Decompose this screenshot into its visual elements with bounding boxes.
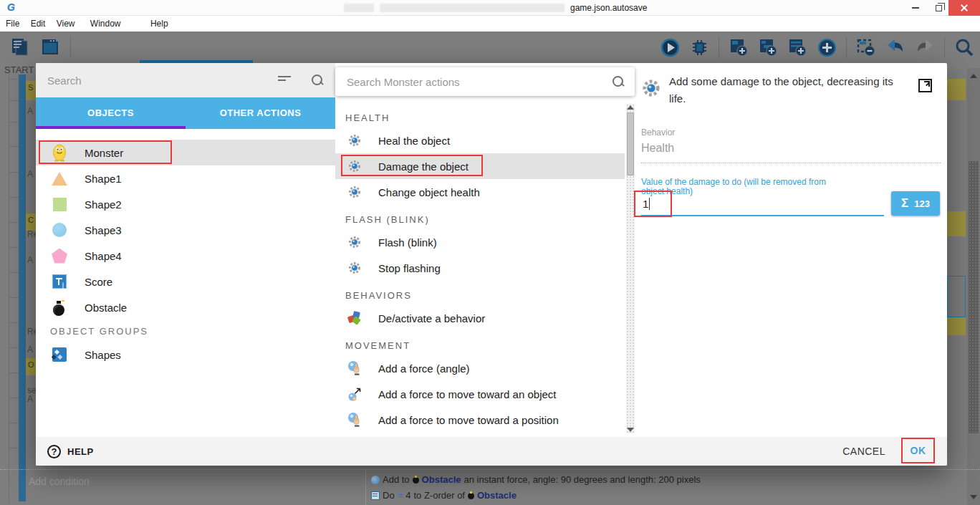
damage-value-underline	[641, 215, 884, 216]
scrollbar-thumb[interactable]	[627, 112, 634, 175]
scroll-down-arrow-icon[interactable]	[627, 428, 634, 432]
tab-objects[interactable]: OBJECTS	[36, 97, 186, 129]
maximize-button[interactable]	[927, 0, 950, 16]
obstacle-bomb-icon	[468, 491, 474, 499]
object-row-obstacle[interactable]: Obstacle	[36, 294, 335, 320]
object-row-score[interactable]: Score	[36, 269, 335, 294]
help-button[interactable]: ? HELP	[47, 437, 94, 466]
toolbar-right	[660, 36, 974, 59]
damage-value-label: Value of the damage to do (will be remov…	[641, 178, 826, 196]
object-row-shape2[interactable]: Shape2	[36, 191, 335, 217]
delete-event-icon[interactable]	[856, 37, 876, 57]
filter-icon[interactable]	[278, 76, 291, 85]
action-row-stop-flashing[interactable]: Stop flashing	[335, 255, 625, 281]
comment-block: S	[26, 81, 36, 100]
add-condition-button[interactable]: Add condition	[29, 476, 90, 487]
toolbar-divider	[944, 37, 945, 58]
behavior-field-label: Behavior	[641, 128, 675, 138]
add-subevent-icon[interactable]	[758, 37, 778, 57]
action-description: Add some damage to the object, decreasin…	[669, 73, 897, 107]
add-comment-icon[interactable]	[787, 37, 807, 57]
event-action-row[interactable]: Add to Obstacle an instant force, angle:…	[371, 474, 701, 485]
events-scrollbar[interactable]	[967, 68, 980, 505]
blurred-path-segment	[344, 4, 374, 12]
text-cursor	[649, 198, 650, 210]
section-header-flash: FLASH (BLINK)	[335, 205, 625, 229]
action-row-force-toward-object[interactable]: Add a force to move toward an object	[335, 381, 625, 407]
scene-editor-icon[interactable]	[40, 37, 60, 57]
object-row-shape1[interactable]: Shape1	[36, 165, 335, 191]
circle-shape-icon	[50, 223, 69, 237]
app-area-dimmed: START S A A C Re A Re A O se A Add condi…	[0, 32, 980, 505]
add-circle-icon[interactable]	[817, 37, 837, 57]
play-preview-icon[interactable]	[660, 37, 680, 57]
group-row-shapes[interactable]: Shapes	[36, 342, 335, 367]
action-row-deactivate-behavior[interactable]: De/activate a behavior	[335, 305, 625, 331]
object-search-bar	[36, 63, 335, 97]
dialog-footer: ? HELP CANCEL OK	[36, 437, 947, 466]
help-question-icon: ?	[47, 445, 61, 458]
action-row-damage[interactable]: Damage the object	[335, 153, 625, 179]
health-gear-icon	[345, 186, 364, 198]
damage-value-input[interactable]: 1	[643, 198, 650, 210]
menu-edit[interactable]: Edit	[27, 16, 50, 32]
force-toward-object-icon	[345, 387, 364, 401]
action-row-add-force-angle[interactable]: Add a force (angle)	[335, 355, 625, 381]
object-row-shape4[interactable]: Shape4	[36, 243, 335, 269]
section-header-health: HEALTH	[335, 100, 625, 128]
section-header-behaviors: BEHAVIORS	[335, 281, 625, 305]
action-list: HEALTH Heal the object Damage the object…	[335, 100, 625, 437]
action-list-scrollbar[interactable]	[626, 104, 635, 433]
object-row-shape3[interactable]: Shape3	[36, 217, 335, 243]
behavior-puzzle-icon	[345, 311, 364, 325]
scroll-up-arrow-icon[interactable]	[970, 74, 977, 78]
pentagon-shape-icon	[50, 249, 69, 264]
comment-block	[947, 79, 966, 100]
search-icon	[612, 75, 625, 88]
object-list: Monster Shape1 Shape2 Shape3 Shape4	[36, 129, 335, 437]
health-gear-icon	[345, 160, 364, 173]
blurred-path-segment	[380, 4, 565, 12]
add-event-icon[interactable]	[729, 37, 749, 57]
ok-button[interactable]: OK	[901, 438, 935, 463]
redo-icon[interactable]	[915, 37, 935, 57]
menu-bar: File Edit View Window Help	[0, 16, 980, 32]
event-tree-line	[9, 73, 9, 503]
conditions-actions-divider	[365, 470, 366, 505]
menu-help[interactable]: Help	[146, 16, 173, 32]
tab-other-actions[interactable]: OTHER ACTIONS	[186, 97, 335, 129]
minimize-button[interactable]	[904, 0, 927, 16]
project-manager-icon[interactable]	[10, 37, 30, 57]
menu-view[interactable]: View	[52, 16, 80, 32]
force-icon	[371, 476, 380, 484]
action-search-input[interactable]	[347, 67, 583, 96]
cancel-button[interactable]: CANCEL	[842, 437, 885, 466]
menu-window[interactable]: Window	[86, 16, 125, 32]
action-row-change-health[interactable]: Change object health	[335, 179, 625, 205]
comment-block	[947, 211, 966, 236]
action-row-flash[interactable]: Flash (blink)	[335, 229, 625, 255]
event-action-row[interactable]: Do = 4 to Z-order of Obstacle	[371, 490, 517, 501]
close-button[interactable]	[948, 0, 980, 16]
expression-editor-button[interactable]: Σ 123	[891, 191, 940, 216]
action-row-heal[interactable]: Heal the object	[335, 128, 625, 153]
object-groups-header: OBJECT GROUPS	[36, 320, 335, 342]
flash-gear-icon	[345, 236, 364, 249]
undo-icon[interactable]	[885, 37, 905, 57]
debug-icon[interactable]	[689, 37, 709, 57]
scroll-up-arrow-icon[interactable]	[627, 105, 634, 110]
action-row-force-toward-position[interactable]: Add a force to move toward a position	[335, 407, 625, 433]
object-row-monster[interactable]: Monster	[36, 140, 335, 165]
object-tabs: OBJECTS OTHER ACTIONS	[36, 97, 335, 129]
search-events-icon[interactable]	[954, 37, 974, 57]
menu-file[interactable]: File	[1, 16, 24, 32]
force-hand-icon	[345, 360, 364, 376]
action-editor-dialog: OBJECTS OTHER ACTIONS Monster Shape1 Sha…	[36, 63, 947, 466]
object-search-input[interactable]	[47, 63, 262, 97]
behavior-field-underline	[641, 163, 941, 163]
z-order-icon	[371, 491, 380, 500]
scrollbar-thumb[interactable]	[969, 161, 979, 433]
gdevelop-logo-icon: G	[7, 1, 15, 13]
open-in-new-icon[interactable]	[918, 79, 932, 92]
comment-block: O	[26, 358, 36, 375]
